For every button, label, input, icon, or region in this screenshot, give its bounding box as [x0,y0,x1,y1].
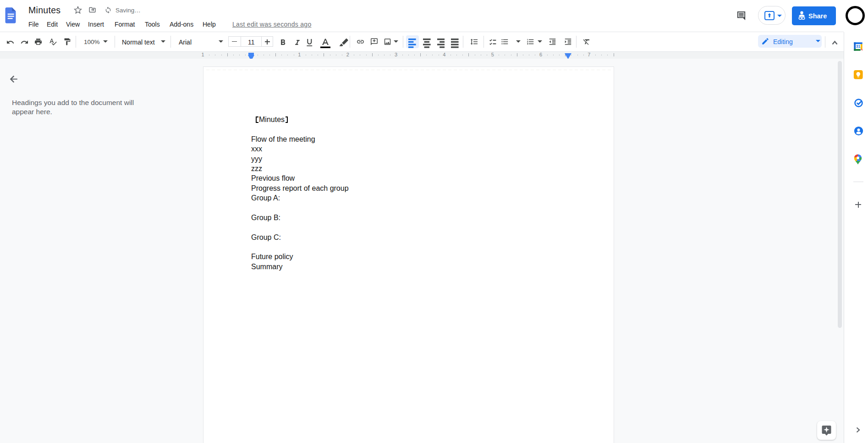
svg-text:31: 31 [856,44,861,49]
